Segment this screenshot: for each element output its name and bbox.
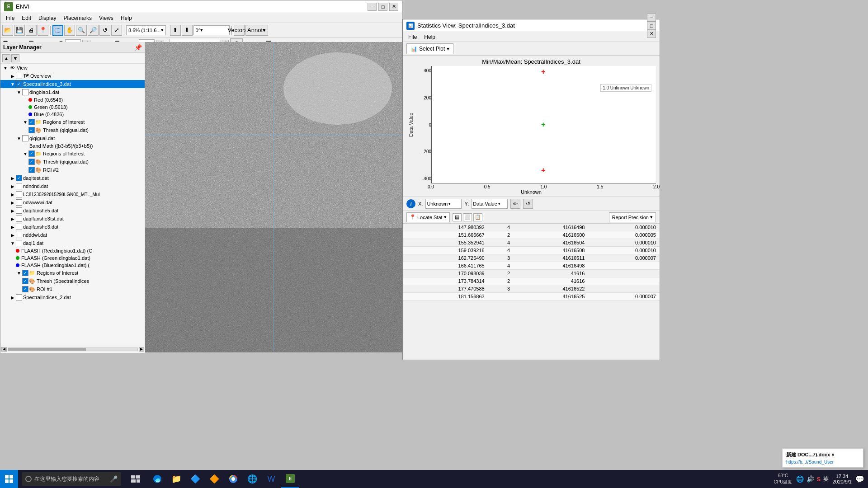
save-button[interactable]: 💾 <box>14 25 25 36</box>
dingbiao-expand[interactable]: ▼ <box>16 90 22 95</box>
ndddwi-expand[interactable]: ▶ <box>9 233 16 238</box>
ndwwwwi-expand[interactable]: ▶ <box>9 200 16 205</box>
stats-maximize-btn[interactable]: □ <box>647 22 656 30</box>
scroll-track[interactable] <box>8 347 138 351</box>
daqitest-expand[interactable]: ▶ <box>9 176 16 181</box>
tree-bandmath[interactable]: Band Math ((b3-b5)/(b3+b5)) <box>0 142 145 150</box>
zoom-out-tool[interactable]: 🔎 <box>88 25 99 36</box>
rotate-cw-btn[interactable]: ⬇ <box>182 25 193 36</box>
y-axis-selector[interactable]: Data Value ▾ <box>472 199 508 209</box>
tree-roi1[interactable]: ✓ 🎨 ROI #1 <box>0 285 145 293</box>
sougou-icon[interactable]: S <box>817 476 821 483</box>
lm-expand-btn[interactable]: ▲ <box>2 54 10 62</box>
view-icon-1[interactable]: ▤ <box>453 213 462 221</box>
spectral3-check[interactable]: ✓ <box>16 81 22 87</box>
tree-roi-folder1[interactable]: ▼ ✓ 📁 Regions of Interest <box>0 118 145 126</box>
tree-green[interactable]: Green (0.5613) <box>0 103 145 111</box>
ndndnd-check[interactable] <box>16 183 22 189</box>
lm-collapse-btn[interactable]: ▼ <box>11 54 19 62</box>
scroll-right-btn[interactable]: ▶ <box>139 347 144 352</box>
ndwwwwi-check[interactable] <box>16 199 22 206</box>
file-explorer-app[interactable]: 📁 <box>167 470 185 488</box>
taskbar-search[interactable]: 在这里输入您要搜索的内容 🎤 <box>22 472 121 486</box>
print-button[interactable]: 🖨 <box>26 25 37 36</box>
vector-btn[interactable]: Vectors▾ <box>234 25 245 36</box>
angle-dropdown[interactable]: 0°▾ <box>193 25 230 35</box>
tree-flaash-blue[interactable]: FLAASH (Blue:dingbiao1.dat) ( <box>0 262 145 269</box>
tree-flaash-red[interactable]: FLAASH (Red:dingbiao1.dat) (C <box>0 247 145 254</box>
roi3-check[interactable]: ✓ <box>22 270 28 276</box>
tree-ndddwi[interactable]: ▶ ndddwi.dat <box>0 231 145 239</box>
task-view-btn[interactable] <box>127 470 145 488</box>
roi3-expand[interactable]: ▼ <box>16 271 22 276</box>
stats-close-btn[interactable]: ✕ <box>647 30 656 38</box>
tree-thresh1[interactable]: ✓ 🎨 Thresh (qiqiguai.dat) <box>0 126 145 134</box>
edit-icon-btn[interactable]: ✏ <box>510 199 520 209</box>
tree-qiqiguai[interactable]: ▼ qiqiguai.dat <box>0 134 145 142</box>
qiqiguai-check[interactable] <box>22 135 28 141</box>
app3[interactable]: 🔷 <box>186 470 204 488</box>
tree-ndndnd[interactable]: ▶ ndndnd.dat <box>0 182 145 190</box>
mic-icon[interactable]: 🎤 <box>110 475 118 483</box>
roi2-expand[interactable]: ▼ <box>22 151 28 156</box>
spectral3-expand[interactable]: ▼ <box>9 82 16 87</box>
tree-roi2[interactable]: ✓ 🎨 ROI #2 <box>0 166 145 174</box>
notif-link[interactable]: https://b...t/Sound_User <box>786 460 859 465</box>
daqitest-check[interactable]: ✓ <box>16 175 22 181</box>
report-precision-button[interactable]: Report Precision ▾ <box>609 212 656 222</box>
daqi1-expand[interactable]: ▼ <box>9 241 16 246</box>
layer-scrollbar[interactable]: ◀ ▶ <box>0 346 145 352</box>
fit-tool[interactable]: ⤢ <box>111 25 122 36</box>
annot-btn[interactable]: Annot▾ <box>245 25 268 36</box>
tree-view[interactable]: ▼ 👁 View <box>0 64 145 72</box>
stats-menu-file[interactable]: File <box>405 33 420 41</box>
pan-tool[interactable]: ✋ <box>64 25 75 36</box>
thresh1-check[interactable]: ✓ <box>28 127 35 133</box>
network-icon[interactable]: 🌐 <box>796 475 804 483</box>
main-viewport[interactable] <box>145 42 402 352</box>
select-plot-button[interactable]: 📊 Select Plot ▾ <box>406 43 453 54</box>
stats-menu-help[interactable]: Help <box>420 33 439 41</box>
info-icon[interactable]: i <box>406 199 415 208</box>
view-expand-icon[interactable]: ▼ <box>2 66 9 70</box>
locate-stat-button[interactable]: 📍 Locate Stat ▾ <box>406 212 450 222</box>
tree-flaash-green[interactable]: FLAASH (Green:dingbiao1.dat) <box>0 254 145 262</box>
envi-taskbar-app[interactable]: E <box>281 470 299 488</box>
tree-roi-folder3[interactable]: ▼ ✓ 📁 Regions of Interest <box>0 269 145 277</box>
tree-ndwwwwi[interactable]: ▶ ndwwwwi.dat <box>0 198 145 206</box>
minimize-button[interactable]: ─ <box>368 3 377 11</box>
start-button[interactable] <box>0 470 18 488</box>
fanshe3-expand[interactable]: ▶ <box>9 225 16 230</box>
tree-spectral2[interactable]: ▶ SpectralIndices_2.dat <box>0 293 145 301</box>
view-icon-3[interactable]: 📋 <box>473 213 482 221</box>
maximize-button[interactable]: □ <box>378 3 387 11</box>
fanshe3-check[interactable] <box>16 224 22 230</box>
scroll-thumb[interactable] <box>8 348 86 351</box>
spectral2-expand[interactable]: ▶ <box>9 295 16 300</box>
word-app[interactable]: W <box>262 470 280 488</box>
tree-spectral3[interactable]: ▼ ✓ SpectralIndices_3.dat <box>0 80 145 88</box>
lc81-expand[interactable]: ▶ <box>9 192 16 197</box>
tree-fanshe3tst[interactable]: ▶ daqifanshe3tst.dat <box>0 215 145 223</box>
close-button[interactable]: ✕ <box>389 3 398 11</box>
fanshe5-check[interactable] <box>16 207 22 214</box>
tree-daqitest[interactable]: ▶ ✓ daqitest.dat <box>0 174 145 182</box>
overview-check[interactable] <box>16 73 22 79</box>
fanshe3tst-check[interactable] <box>16 216 22 222</box>
view-icon-2[interactable]: ⬜ <box>463 213 472 221</box>
spectral2-check[interactable] <box>16 294 22 300</box>
scroll-left-btn[interactable]: ◀ <box>1 347 7 352</box>
tree-dingbiao[interactable]: ▼ dingbiao1.dat <box>0 88 145 96</box>
rotate-tool[interactable]: ↺ <box>99 25 110 36</box>
qiqiguai-expand[interactable]: ▼ <box>16 136 22 141</box>
menu-help[interactable]: Help <box>117 14 136 22</box>
open-file-button[interactable]: 📂 <box>2 25 13 36</box>
zoom-in-tool[interactable]: 🔍 <box>76 25 87 36</box>
x-axis-selector[interactable]: Unknown ▾ <box>425 199 462 209</box>
placemark-button[interactable]: 📍 <box>38 25 48 36</box>
lc81-check[interactable] <box>16 191 22 197</box>
roi2-check[interactable]: ✓ <box>28 150 35 157</box>
fanshe5-expand[interactable]: ▶ <box>9 208 16 213</box>
menu-placemarks[interactable]: Placemarks <box>60 14 95 22</box>
layer-manager-pin[interactable]: 📌 <box>134 44 142 51</box>
